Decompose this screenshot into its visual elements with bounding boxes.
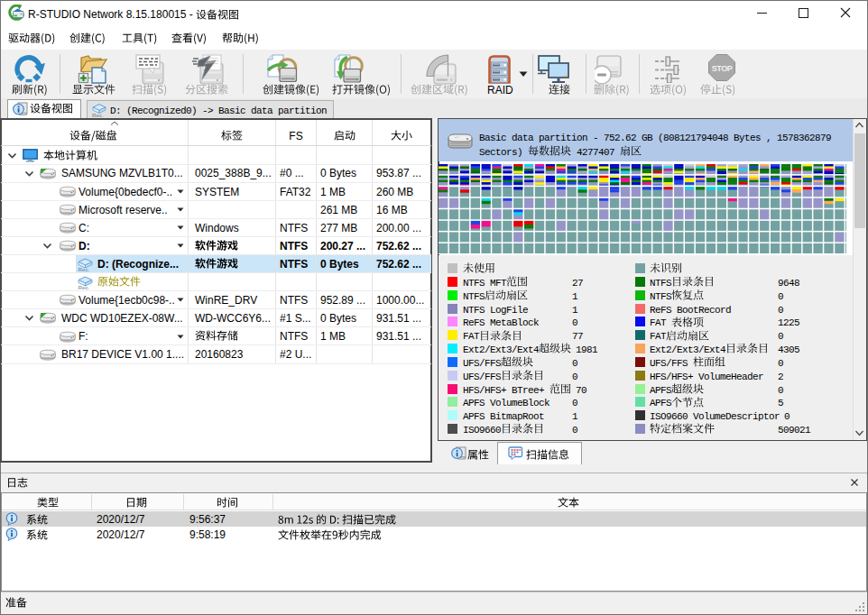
svg-text:Rec.: Rec.: [78, 284, 90, 289]
svg-text:Rec.: Rec.: [92, 112, 104, 118]
svg-text:STOP: STOP: [712, 64, 733, 73]
svg-text:Rec.: Rec.: [78, 266, 90, 271]
